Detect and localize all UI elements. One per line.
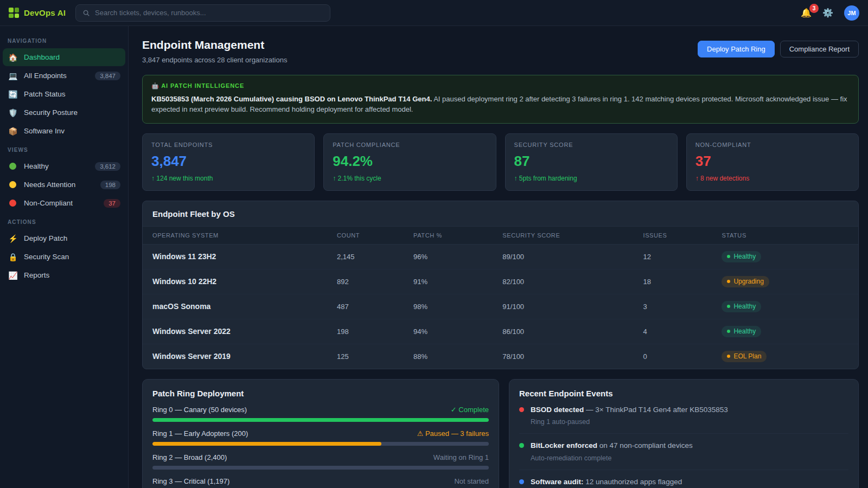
stat-delta: ↑ 124 new this month bbox=[151, 175, 305, 182]
sidebar-item-healthy[interactable]: Healthy 3,612 bbox=[3, 157, 125, 175]
endpoint-count-badge: 3,847 bbox=[95, 72, 120, 80]
fleet-table-card: Endpoint Fleet by OS Operating System Co… bbox=[142, 201, 859, 369]
event-dot-icon bbox=[519, 407, 524, 412]
sidebar-item-all-endpoints[interactable]: 💻 All Endpoints 3,847 bbox=[3, 67, 125, 85]
sidebar-item-patch-status[interactable]: 🔄 Patch Status bbox=[3, 85, 125, 103]
global-search[interactable] bbox=[75, 4, 330, 22]
os-name: Windows 10 22H2 bbox=[152, 277, 337, 286]
event-item[interactable]: BitLocker enforced on 47 non-compliant d… bbox=[519, 434, 848, 470]
status-dot-icon bbox=[727, 280, 730, 283]
ring-status: ⚠ Paused — 3 failures bbox=[417, 429, 489, 438]
ring-label: Ring 0 — Canary (50 devices) bbox=[152, 406, 247, 414]
sidebar-section-actions: Actions bbox=[0, 213, 128, 229]
sidebar-item-non-compliant[interactable]: Non-Compliant 37 bbox=[3, 194, 125, 212]
stat-label: Total Endpoints bbox=[151, 142, 305, 148]
stat-patch-compliance: Patch Compliance 94.2% ↑ 2.1% this cycle bbox=[323, 133, 496, 191]
sidebar-item-needs-attention[interactable]: Needs Attention 198 bbox=[3, 176, 125, 194]
compliance-report-button[interactable]: Compliance Report bbox=[780, 41, 859, 57]
red-dot-icon bbox=[9, 200, 16, 207]
status-badge: Healthy bbox=[722, 301, 761, 312]
stat-label: Non-Compliant bbox=[695, 142, 850, 148]
settings-gear-icon[interactable]: ⚙️ bbox=[822, 8, 833, 18]
sidebar-item-security-scan[interactable]: 🔒 Security Scan bbox=[3, 248, 125, 266]
home-icon: 🏠 bbox=[8, 53, 18, 62]
event-item[interactable]: BSOD detected — 3× ThinkPad T14 Gen4 aft… bbox=[519, 398, 848, 434]
os-count: 892 bbox=[337, 278, 413, 286]
os-issues: 12 bbox=[643, 253, 722, 261]
sidebar-item-security-posture[interactable]: 🛡️ Security Posture bbox=[3, 104, 125, 121]
stat-non-compliant: Non-Compliant 37 ↑ 8 new detections bbox=[686, 133, 859, 191]
sidebar-item-label: Software Inv bbox=[24, 127, 65, 135]
sidebar-item-label: Security Posture bbox=[24, 108, 78, 117]
refresh-icon: 🔄 bbox=[8, 90, 18, 99]
recent-events-title: Recent Endpoint Events bbox=[519, 389, 848, 398]
stat-value: 94.2% bbox=[333, 153, 487, 170]
ring-progress-bar bbox=[152, 466, 489, 470]
ring-2: Ring 2 — Broad (2,400) Waiting on Ring 1 bbox=[152, 453, 489, 470]
notifications-button[interactable]: 🔔 3 bbox=[801, 8, 812, 18]
chart-icon: 📈 bbox=[8, 271, 18, 280]
col-issues: Issues bbox=[643, 232, 722, 239]
col-security-score: Security Score bbox=[502, 232, 643, 239]
ring-0: Ring 0 — Canary (50 devices) ✓ Complete bbox=[152, 406, 489, 422]
event-item[interactable]: Software audit: 12 unauthorized apps fla… bbox=[519, 470, 848, 488]
status-dot-icon bbox=[727, 355, 730, 358]
recent-events-panel: Recent Endpoint Events BSOD detected — 3… bbox=[509, 379, 859, 488]
deploy-patch-ring-button[interactable]: Deploy Patch Ring bbox=[698, 41, 775, 57]
os-security-score: 78/100 bbox=[502, 352, 643, 361]
os-name: macOS Sonoma bbox=[152, 302, 337, 311]
os-count: 487 bbox=[337, 303, 413, 311]
col-count: Count bbox=[337, 232, 413, 239]
table-row[interactable]: Windows 11 23H2 2,145 96% 89/100 12 Heal… bbox=[143, 245, 858, 269]
ring-3: Ring 3 — Critical (1,197) Not started bbox=[152, 477, 489, 488]
healthy-count-badge: 3,612 bbox=[95, 162, 120, 171]
robot-icon: 🤖 bbox=[151, 82, 159, 89]
fleet-table-title: Endpoint Fleet by OS bbox=[143, 201, 858, 226]
topbar: DevOps AI 🔔 3 ⚙️ JM bbox=[0, 0, 868, 26]
os-count: 125 bbox=[337, 352, 413, 361]
stat-label: Security Score bbox=[514, 142, 668, 148]
sidebar-item-label: All Endpoints bbox=[24, 72, 67, 80]
app-logo[interactable]: DevOps AI bbox=[9, 8, 66, 18]
os-issues: 0 bbox=[643, 352, 722, 361]
stat-delta: ↑ 2.1% this cycle bbox=[333, 175, 487, 182]
stat-security-score: Security Score 87 ↑ 5pts from hardening bbox=[505, 133, 678, 191]
status-badge: Healthy bbox=[722, 251, 761, 262]
shield-icon: 🛡️ bbox=[8, 108, 18, 117]
os-patch-pct: 98% bbox=[413, 303, 502, 311]
os-issues: 3 bbox=[643, 303, 722, 311]
table-row[interactable]: Windows Server 2022 198 94% 86/100 4 Hea… bbox=[143, 319, 858, 344]
sidebar-item-dashboard[interactable]: 🏠 Dashboard bbox=[3, 48, 125, 66]
user-avatar[interactable]: JM bbox=[844, 5, 859, 21]
ring-progress-bar bbox=[152, 418, 489, 422]
os-patch-pct: 91% bbox=[413, 278, 502, 286]
table-row[interactable]: Windows Server 2019 125 88% 78/100 0 EOL… bbox=[143, 344, 858, 369]
banner-headline: KB5035853 (March 2026 Cumulative) causin… bbox=[151, 95, 432, 103]
event-title: BitLocker enforced on 47 non-compliant d… bbox=[531, 441, 693, 451]
ring-progress-fill bbox=[152, 418, 489, 422]
package-icon: 📦 bbox=[8, 127, 18, 136]
os-patch-pct: 88% bbox=[413, 352, 502, 361]
stat-delta: ↑ 5pts from hardening bbox=[514, 175, 668, 182]
sidebar-item-software-inv[interactable]: 📦 Software Inv bbox=[3, 122, 125, 140]
patch-ring-deployment-panel: Patch Ring Deployment Ring 0 — Canary (5… bbox=[142, 379, 499, 488]
table-row[interactable]: Windows 10 22H2 892 91% 82/100 18 Upgrad… bbox=[143, 269, 858, 294]
ring-label: Ring 3 — Critical (1,197) bbox=[152, 477, 229, 485]
table-row[interactable]: macOS Sonoma 487 98% 91/100 3 Healthy bbox=[143, 294, 858, 319]
yellow-dot-icon bbox=[9, 181, 16, 188]
stat-total-endpoints: Total Endpoints 3,847 ↑ 124 new this mon… bbox=[142, 133, 315, 191]
search-input[interactable] bbox=[95, 9, 323, 17]
sidebar-section-navigation: Navigation bbox=[0, 31, 128, 48]
sidebar-item-reports[interactable]: 📈 Reports bbox=[3, 266, 125, 284]
os-name: Windows Server 2022 bbox=[152, 327, 337, 336]
status-badge: Healthy bbox=[722, 326, 761, 337]
os-patch-pct: 94% bbox=[413, 328, 502, 336]
ring-status: ✓ Complete bbox=[451, 406, 489, 414]
col-patch-pct: Patch % bbox=[413, 232, 502, 239]
laptop-icon: 💻 bbox=[8, 72, 18, 80]
sidebar-item-deploy-patch[interactable]: ⚡ Deploy Patch bbox=[3, 229, 125, 247]
ring-progress-fill bbox=[152, 442, 381, 446]
event-title: Software audit: 12 unauthorized apps fla… bbox=[531, 477, 682, 487]
notification-count-badge: 3 bbox=[809, 4, 819, 13]
ring-label: Ring 2 — Broad (2,400) bbox=[152, 453, 227, 461]
